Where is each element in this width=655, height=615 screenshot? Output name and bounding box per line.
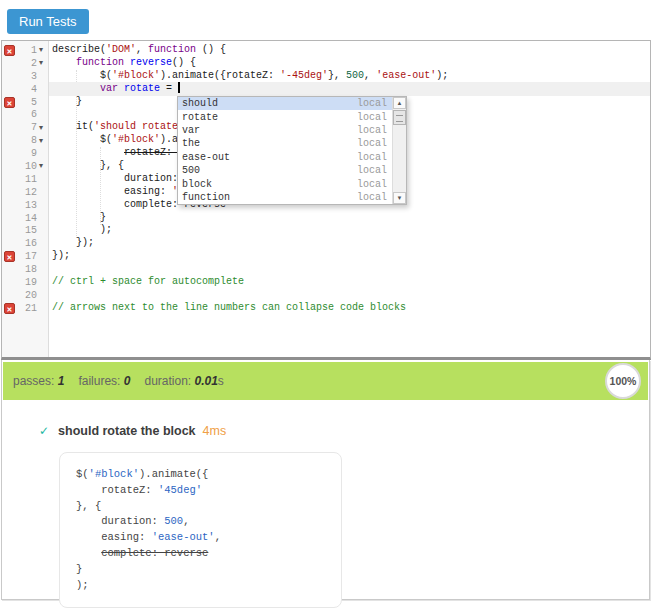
code-token: complete: reverse: [101, 547, 208, 559]
text-cursor: [178, 82, 180, 93]
run-tests-button[interactable]: Run Tests: [7, 9, 89, 34]
code-line-20[interactable]: 20: [2, 289, 650, 302]
autocomplete-scrollbar[interactable]: ▲ ▼: [392, 97, 406, 204]
scrollbar-track[interactable]: [393, 109, 406, 192]
code-token: ,: [136, 44, 148, 55]
fold-arrow-icon[interactable]: ▾: [39, 45, 49, 55]
code-token: $(: [76, 468, 89, 480]
autocomplete-item-the[interactable]: thelocal: [178, 137, 392, 150]
code-token: });: [52, 237, 94, 248]
autocomplete-item-scope: local: [357, 152, 387, 163]
fold-arrow-icon[interactable]: ▾: [39, 161, 49, 171]
code-token: var: [100, 83, 118, 94]
score-badge: 100%: [605, 363, 641, 399]
lint-error-icon: ✕: [4, 303, 15, 314]
code-token: duration:: [76, 515, 164, 527]
line-number: 6: [16, 109, 39, 120]
autocomplete-item-label: should: [182, 98, 218, 109]
code-line-14[interactable]: 14 }: [2, 212, 650, 225]
autocomplete-item-label: 500: [182, 165, 200, 176]
code-line-4[interactable]: 4 var rotate =: [2, 83, 650, 96]
code-line-15[interactable]: 15 );: [2, 224, 650, 237]
code-line-3[interactable]: 3 $('#block').animate({rotateZ: '-45deg'…: [2, 70, 650, 83]
line-number: 17: [16, 251, 39, 262]
code-line-text[interactable]: function reverse() {: [49, 57, 650, 70]
duration-stat: duration: 0.01s: [144, 374, 223, 388]
code-line-text[interactable]: );: [49, 224, 650, 237]
code-line-16[interactable]: 16 });: [2, 237, 650, 250]
line-number: 14: [16, 213, 39, 224]
fold-arrow-icon[interactable]: ▾: [39, 136, 49, 146]
code-token: ,: [215, 531, 221, 543]
code-line-text[interactable]: // arrows next to the line numbers can c…: [49, 302, 650, 315]
line-number: 19: [16, 277, 39, 288]
check-icon: ✓: [39, 424, 49, 438]
autocomplete-item-scope: local: [357, 165, 387, 176]
autocomplete-item-should[interactable]: shouldlocal: [178, 97, 392, 110]
test-code-lines: $('#block').animate({ rotateZ: '45deg'},…: [76, 467, 325, 593]
code-token: reverse: [130, 57, 172, 68]
code-line-21[interactable]: ✕21// arrows next to the line numbers ca…: [2, 302, 650, 315]
code-token: },: [328, 70, 346, 81]
stats-bar: passes: 1 failures: 0 duration: 0.01s 10…: [3, 362, 648, 400]
code-line-text[interactable]: $('#block').animate({rotateZ: '-45deg'},…: [49, 70, 650, 83]
autocomplete-popup: shouldlocalrotatelocalvarlocalthelocalea…: [177, 96, 407, 205]
autocomplete-item-var[interactable]: varlocal: [178, 124, 392, 137]
test-result-item[interactable]: ✓should rotate the block4ms: [39, 424, 649, 438]
autocomplete-item-function[interactable]: functionlocal: [178, 191, 392, 204]
autocomplete-item-label: var: [182, 125, 200, 136]
code-line-text[interactable]: var rotate =: [49, 82, 650, 96]
gutter-cell: 4: [2, 83, 49, 96]
test-code-line: );: [76, 578, 325, 594]
code-token: '45deg': [158, 484, 202, 496]
code-editor[interactable]: ✕1▾describe('DOM', function () {2▾ funct…: [1, 40, 651, 360]
autocomplete-item-ease-out[interactable]: ease-outlocal: [178, 151, 392, 164]
gutter-cell: ✕1▾: [2, 44, 49, 57]
code-line-text[interactable]: }: [49, 212, 650, 225]
autocomplete-item-block[interactable]: blocklocal: [178, 177, 392, 190]
autocomplete-list: shouldlocalrotatelocalvarlocalthelocalea…: [178, 97, 392, 204]
gutter-cell: 12: [2, 186, 49, 199]
fold-arrow-icon[interactable]: ▾: [39, 123, 49, 133]
code-token: ,: [183, 515, 189, 527]
code-line-text[interactable]: describe('DOM', function () {: [49, 44, 650, 57]
code-line-18[interactable]: 18: [2, 263, 650, 276]
gutter-cell: 15: [2, 224, 49, 237]
code-line-text[interactable]: // ctrl + space for autocomplete: [49, 276, 650, 289]
page: { "toolbar": { "run_tests_label": "Run T…: [0, 0, 655, 615]
fold-arrow-icon[interactable]: ▾: [39, 58, 49, 68]
code-line-2[interactable]: 2▾ function reverse() {: [2, 57, 650, 70]
autocomplete-item-rotate[interactable]: rotatelocal: [178, 110, 392, 123]
scrollbar-thumb[interactable]: [393, 110, 406, 125]
code-token: '-45deg': [280, 70, 328, 81]
code-token: // arrows next to the line numbers can c…: [52, 302, 406, 313]
code-line-19[interactable]: 19// ctrl + space for autocomplete: [2, 276, 650, 289]
gutter-cell: 16: [2, 237, 49, 250]
scroll-down-icon[interactable]: ▼: [393, 192, 406, 204]
code-token: [52, 147, 124, 158]
line-number: 7: [16, 122, 39, 133]
autocomplete-item-500[interactable]: 500local: [178, 164, 392, 177]
code-token: $(: [52, 70, 112, 81]
code-line-text[interactable]: });: [49, 250, 650, 263]
test-code-line: $('#block').animate({: [76, 467, 325, 483]
gutter-cell: 13: [2, 199, 49, 212]
code-token: duration:: [52, 173, 184, 184]
code-line-text[interactable]: });: [49, 237, 650, 250]
scroll-up-icon[interactable]: ▲: [393, 97, 406, 109]
line-number: 21: [16, 303, 39, 314]
gutter-cell: 6: [2, 108, 49, 121]
failures-stat: failures: 0: [78, 374, 130, 388]
code-line-1[interactable]: ✕1▾describe('DOM', function () {: [2, 44, 650, 57]
autocomplete-item-label: function: [182, 192, 230, 203]
code-line-17[interactable]: ✕17});: [2, 250, 650, 263]
code-token: });: [52, 250, 70, 261]
line-number: 10: [16, 161, 39, 172]
code-token: $(: [52, 134, 112, 145]
test-title: should rotate the block: [58, 424, 196, 438]
autocomplete-item-label: ease-out: [182, 152, 230, 163]
line-number: 4: [16, 84, 39, 95]
code-token: '#block': [89, 468, 139, 480]
gutter-cell: ✕17: [2, 250, 49, 263]
code-token: [52, 83, 100, 94]
